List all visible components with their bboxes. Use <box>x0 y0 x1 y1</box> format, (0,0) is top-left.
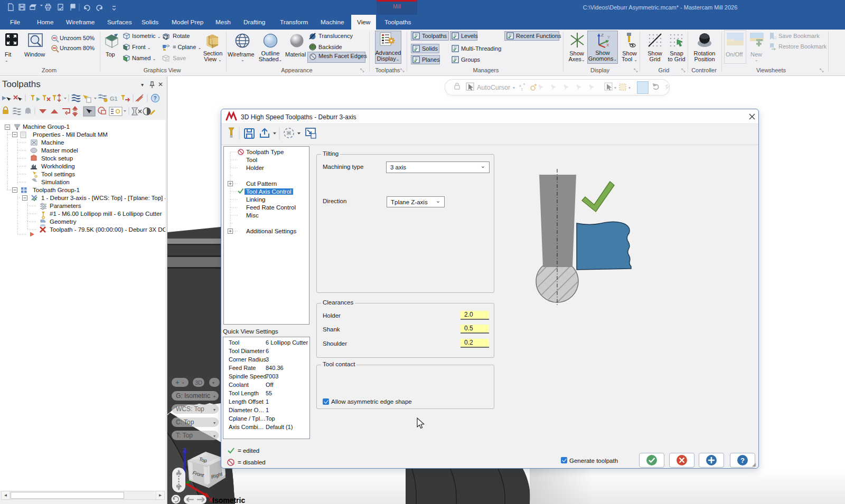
svg-text:↕: ↕ <box>521 87 523 92</box>
svg-text:+: + <box>175 378 180 386</box>
svg-text:?: ? <box>154 96 157 101</box>
svg-text:C: Top: C: Top <box>176 419 194 426</box>
svg-text:T: Top: T: Top <box>176 432 193 439</box>
svg-text:▾: ▾ <box>628 85 631 90</box>
svg-text:▾: ▾ <box>513 85 515 90</box>
svg-text:WCS: Top: WCS: Top <box>176 405 204 413</box>
svg-text:G: Isometric: G: Isometric <box>176 392 210 400</box>
svg-text:▾: ▾ <box>182 381 184 385</box>
svg-text:Z: Z <box>183 447 186 453</box>
svg-text:▾: ▾ <box>614 85 616 90</box>
svg-text:G1: G1 <box>110 96 118 102</box>
svg-text:▾: ▾ <box>213 394 215 399</box>
svg-text:+: + <box>523 82 525 87</box>
svg-text:?: ? <box>740 457 745 464</box>
svg-text:X: X <box>606 43 609 47</box>
svg-text:3D: 3D <box>195 379 202 386</box>
svg-text:▾: ▾ <box>213 421 215 425</box>
svg-text:▾: ▾ <box>212 381 214 385</box>
svg-text:▾: ▾ <box>213 434 215 439</box>
svg-text:Isometric: Isometric <box>212 496 245 504</box>
svg-text:▾: ▾ <box>213 407 215 412</box>
svg-text:Y: Y <box>607 35 611 40</box>
svg-text:AutoCursor: AutoCursor <box>477 84 510 91</box>
svg-text:Z: Z <box>601 33 604 37</box>
